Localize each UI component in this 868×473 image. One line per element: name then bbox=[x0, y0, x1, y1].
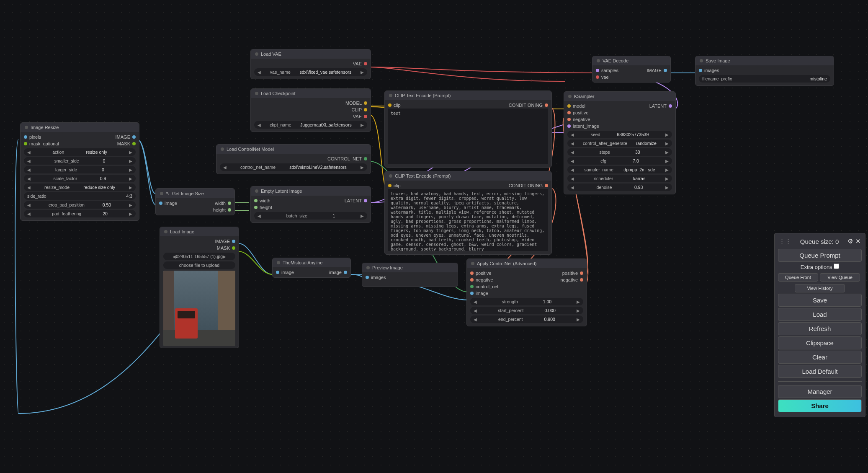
widget-side-ratio[interactable]: side_ratio4:3 bbox=[24, 192, 136, 200]
node-load-image[interactable]: Load Image IMAGE MASK ◀0240511-165557 (1… bbox=[160, 227, 239, 348]
widget-scheduler[interactable]: ◀schedulerkarras▶ bbox=[567, 175, 672, 182]
widget-seed[interactable]: ◀seed6883025773539▶ bbox=[567, 131, 672, 138]
widget-sampler[interactable]: ◀sampler_namedpmpp_2m_sde▶ bbox=[567, 166, 672, 173]
widget-end-percent[interactable]: ◀end_percent0.900▶ bbox=[470, 315, 583, 323]
widget-batch-size[interactable]: ◀batch_size1▶ bbox=[254, 212, 367, 220]
node-empty-latent[interactable]: Empty Latent Image widthLATENT height ◀b… bbox=[250, 186, 371, 223]
share-button[interactable]: Share bbox=[778, 399, 862, 412]
image-preview bbox=[163, 271, 235, 346]
widget-pad-feathering[interactable]: ◀pad_feathering20▶ bbox=[24, 210, 136, 217]
node-clip-encode-negative[interactable]: CLIP Text Encode (Prompt) clipCONDITIONI… bbox=[384, 171, 552, 255]
widget-filename-prefix[interactable]: filename_prefixmistoline bbox=[699, 75, 830, 83]
manager-button[interactable]: Manager bbox=[778, 385, 862, 398]
queue-front-button[interactable]: Queue Front bbox=[778, 273, 818, 282]
drag-handle-icon[interactable]: ⋮⋮ bbox=[779, 238, 791, 245]
close-icon[interactable]: ✕ bbox=[855, 238, 861, 245]
queue-prompt-button[interactable]: Queue Prompt bbox=[778, 249, 862, 262]
refresh-button[interactable]: Refresh bbox=[778, 322, 862, 335]
node-themisto[interactable]: TheMisto.ai Anyline imageimage bbox=[272, 258, 351, 278]
widget-control-after[interactable]: ◀control_after_generaterandomize▶ bbox=[567, 140, 672, 147]
node-load-checkpoint[interactable]: Load Checkpoint MODEL CLIP VAE ◀ckpt_nam… bbox=[250, 88, 371, 132]
extra-options-toggle[interactable]: Extra options bbox=[778, 264, 862, 270]
widget-steps[interactable]: ◀steps30▶ bbox=[567, 148, 672, 156]
node-apply-controlnet[interactable]: Apply ControlNet (Advanced) positiveposi… bbox=[466, 258, 587, 326]
widget-start-percent[interactable]: ◀start_percent0.000▶ bbox=[470, 307, 583, 314]
node-load-vae[interactable]: Load VAE VAE ◀vae_namesdxl\fixed_vae.saf… bbox=[250, 49, 371, 79]
widget-ckpt-name[interactable]: ◀ckpt_nameJuggernautXL.safetensors▶ bbox=[254, 121, 367, 129]
prompt-text-positive[interactable] bbox=[388, 109, 548, 164]
prompt-text-negative[interactable] bbox=[388, 189, 548, 251]
widget-cnet-name[interactable]: ◀control_net_namesdxl\mistoLineV2.safete… bbox=[220, 163, 367, 171]
widget-cfg[interactable]: ◀cfg7.0▶ bbox=[567, 157, 672, 165]
save-button[interactable]: Save bbox=[778, 294, 862, 307]
gear-icon[interactable]: ⚙ bbox=[847, 238, 853, 245]
node-title: Image Resize bbox=[31, 125, 59, 130]
view-history-button[interactable]: View History bbox=[795, 284, 845, 292]
widget-crop-pad[interactable]: ◀crop_pad_position0.50▶ bbox=[24, 201, 136, 209]
widget-smaller-side[interactable]: ◀smaller_side0▶ bbox=[24, 157, 136, 165]
node-header[interactable]: Image Resize bbox=[21, 123, 139, 132]
node-ksampler[interactable]: KSampler modelLATENT positive negative l… bbox=[564, 91, 676, 194]
load-button[interactable]: Load bbox=[778, 308, 862, 321]
upload-button[interactable]: choose file to upload bbox=[163, 261, 235, 269]
widget-larger-side[interactable]: ◀larger_side0▶ bbox=[24, 166, 136, 173]
widget-denoise[interactable]: ◀denoise0.93▶ bbox=[567, 184, 672, 191]
node-load-controlnet[interactable]: Load ControlNet Model CONTROL_NET ◀contr… bbox=[216, 144, 371, 174]
widget-vae-name[interactable]: ◀vae_namesdxl\fixed_vae.safetensors▶ bbox=[254, 68, 367, 76]
chevron-left-icon: ◀ bbox=[27, 150, 31, 155]
node-save-image[interactable]: Save Image images filename_prefixmistoli… bbox=[695, 56, 834, 86]
node-image-resize[interactable]: Image Resize pixelsIMAGE mask_optionalMA… bbox=[20, 122, 139, 221]
control-panel[interactable]: ⋮⋮ Queue size: 0 ⚙ ✕ Queue Prompt Extra … bbox=[774, 233, 865, 417]
clear-button[interactable]: Clear bbox=[778, 351, 862, 364]
node-preview-image[interactable]: Preview Image images bbox=[362, 263, 458, 287]
node-clip-encode-positive[interactable]: CLIP Text Encode (Prompt) clipCONDITIONI… bbox=[384, 90, 552, 168]
widget-action[interactable]: ◀actionresize only▶ bbox=[24, 148, 136, 156]
extra-options-checkbox[interactable] bbox=[834, 264, 839, 269]
widget-strength[interactable]: ◀strength1.00▶ bbox=[470, 298, 583, 305]
load-default-button[interactable]: Load Default bbox=[778, 365, 862, 378]
view-queue-button[interactable]: View Queue bbox=[820, 273, 860, 282]
clipspace-button[interactable]: Clipspace bbox=[778, 336, 862, 349]
widget-resize-mode[interactable]: ◀resize_modereduce size only▶ bbox=[24, 184, 136, 191]
node-get-image-size[interactable]: ↖Get Image Size imagewidth height bbox=[155, 188, 235, 215]
chevron-right-icon: ▶ bbox=[129, 150, 132, 155]
widget-filename[interactable]: ◀0240511-165557 (1).jpg▶ bbox=[163, 253, 235, 260]
widget-scale-factor[interactable]: ◀scale_factor0.9▶ bbox=[24, 175, 136, 182]
node-vae-decode[interactable]: VAE Decode samplesIMAGE vae bbox=[592, 56, 671, 83]
